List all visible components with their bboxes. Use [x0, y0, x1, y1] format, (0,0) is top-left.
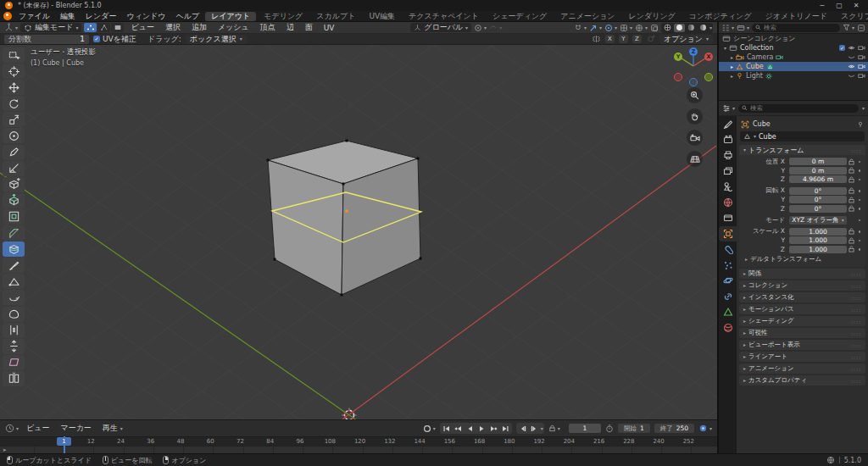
current-frame-field[interactable]: 1 — [569, 424, 601, 433]
playhead-flag[interactable]: 1 — [57, 437, 71, 446]
jump-to-start-button[interactable] — [441, 424, 452, 433]
pivot-point-dropdown[interactable]: ▾ — [474, 24, 487, 32]
tool-extrude-region-button[interactable] — [3, 193, 25, 208]
camera-restrict-icon[interactable] — [858, 54, 865, 60]
properties-tab-view-layer[interactable] — [719, 164, 737, 180]
rotation-y-field[interactable]: 0° — [789, 196, 847, 203]
play-reverse-button[interactable] — [465, 424, 476, 433]
animate-dot[interactable] — [856, 199, 863, 202]
tool-move-button[interactable] — [3, 80, 25, 95]
eye-closed-icon[interactable] — [848, 73, 855, 79]
properties-tab-tool[interactable] — [719, 116, 737, 132]
select-mode-face-button[interactable] — [111, 23, 124, 32]
lock-icon[interactable] — [847, 187, 856, 194]
tool-spin-button[interactable] — [3, 290, 25, 305]
rotation-x-field[interactable]: 0° — [789, 187, 847, 195]
workspace-tab-compositing[interactable]: コンポジティング — [683, 12, 758, 21]
mirror-z-button[interactable]: Z — [632, 35, 642, 43]
menu-help[interactable]: ヘルプ — [171, 11, 205, 22]
overlays-dropdown[interactable]: ▾ — [635, 24, 648, 32]
play-button[interactable] — [476, 424, 487, 433]
collapse-icon[interactable]: ▾ — [724, 46, 726, 51]
transform-options-icon[interactable]: ▾ — [489, 24, 502, 32]
timeline-channel-area[interactable]: ▸ — [0, 446, 717, 453]
animate-dot[interactable] — [856, 161, 863, 164]
drag-mode-dropdown[interactable]: ボックス選択 ▾ — [186, 35, 247, 44]
tool-select-box-button[interactable] — [3, 47, 25, 63]
shading-material-button[interactable] — [686, 24, 697, 32]
viewport-menu-edge[interactable]: 辺 — [282, 22, 298, 33]
tool-bevel-button[interactable] — [3, 225, 25, 241]
viewport-menu-select[interactable]: 選択 — [161, 22, 185, 33]
location-x-field[interactable]: 0 m — [789, 158, 847, 165]
tool-edge-slide-button[interactable] — [3, 323, 25, 338]
panel-relations[interactable]: ▸関係:::: — [739, 269, 865, 279]
camera-view-button[interactable] — [687, 130, 703, 146]
properties-tab-collection[interactable] — [719, 210, 737, 226]
panel-collections[interactable]: ▸コレクション:::: — [739, 280, 865, 291]
channel-expand-icon[interactable]: ▸ — [3, 447, 7, 453]
outliner-filter-button[interactable]: ▾ — [843, 24, 854, 31]
workspace-tab-geometry-nodes[interactable]: ジオメトリノード — [760, 12, 833, 21]
tool-measure-button[interactable] — [3, 161, 25, 176]
properties-tab-render[interactable] — [719, 132, 737, 148]
toggle-perspective-button[interactable] — [687, 151, 703, 167]
step-back-button[interactable] — [517, 424, 528, 433]
outliner-row-cube[interactable]: ▸ Cube — [719, 62, 868, 71]
properties-editor-type-button[interactable]: ▾ — [722, 104, 735, 113]
timeline-menu-playback[interactable]: 再生 ▾ — [99, 423, 123, 434]
outliner-search[interactable] — [752, 24, 840, 32]
expand-icon[interactable]: ▸ — [731, 74, 733, 79]
workspace-tab-sculpting[interactable]: スカルプト — [310, 12, 361, 21]
eye-open-icon[interactable] — [848, 45, 855, 51]
location-z-field[interactable]: 4.9606 m — [789, 175, 847, 183]
timeline-ruler[interactable]: 1224364860728496108120132144156168180192… — [0, 436, 717, 446]
lock-icon[interactable] — [847, 228, 856, 235]
panel-shading[interactable]: ▸シェーディング:::: — [739, 316, 865, 326]
snap-target-dropdown[interactable]: ▾ — [589, 24, 602, 32]
properties-tab-scene[interactable] — [719, 179, 737, 195]
tool-inset-faces-button[interactable] — [3, 209, 25, 225]
viewport-canvas[interactable]: ユーザー・透視投影 (1) Cube | Cube Z Y X — [0, 45, 717, 419]
animate-dot[interactable] — [856, 240, 863, 242]
tool-annotate-button[interactable] — [3, 145, 25, 160]
outliner-display-mode-button[interactable]: ▾ — [737, 24, 749, 32]
properties-tab-material[interactable] — [719, 320, 737, 336]
timeline-menu-view[interactable]: ビュー — [23, 423, 53, 434]
scale-z-field[interactable]: 1.000 — [789, 246, 847, 253]
tool-transform-button[interactable] — [3, 128, 25, 143]
properties-tab-constraints[interactable] — [719, 289, 737, 305]
tool-rip-region-button[interactable] — [3, 371, 25, 386]
auto-keying-button[interactable]: ▾ — [423, 424, 436, 433]
panel-menu-dots[interactable]: :::: — [851, 147, 861, 153]
animate-dot[interactable] — [856, 179, 863, 181]
panel-instancing[interactable]: ▸インスタンス化:::: — [739, 292, 865, 302]
tool-knife-button[interactable] — [3, 258, 25, 273]
scale-x-field[interactable]: 1.000 — [789, 228, 847, 236]
cube-object[interactable] — [267, 140, 422, 297]
workspace-tab-texture-paint[interactable]: テクスチャペイント — [403, 12, 485, 21]
mode-dropdown[interactable]: 編集モード ▾ — [20, 23, 81, 32]
app-menu-icon[interactable] — [3, 12, 12, 20]
tool-cursor-button[interactable] — [3, 64, 25, 79]
workspace-tab-rendering[interactable]: レンダリング — [623, 12, 682, 21]
previous-keyframe-button[interactable] — [453, 424, 464, 433]
tool-poly-build-button[interactable] — [3, 274, 25, 289]
viewport-menu-vertex[interactable]: 頂点 — [256, 22, 280, 33]
timeline-menu-marker[interactable]: マーカー — [57, 423, 94, 434]
camera-restrict-icon[interactable] — [858, 73, 865, 79]
outliner-options-icon[interactable] — [857, 24, 865, 32]
lock-icon[interactable] — [847, 205, 856, 212]
eye-open-icon[interactable] — [848, 64, 855, 69]
maximize-button[interactable]: ▢ — [832, 0, 846, 11]
viewport-menu-mesh[interactable]: メッシュ — [214, 22, 253, 33]
pin-icon[interactable] — [857, 121, 864, 128]
outliner-row-collection[interactable]: ▾ Collection ✓ — [719, 43, 868, 53]
menu-window[interactable]: ウィンドウ — [121, 11, 170, 22]
workspace-tab-scripting[interactable]: スクリプト作成 — [835, 12, 868, 21]
jump-to-end-button[interactable] — [500, 424, 511, 433]
tool-loop-cut-button[interactable] — [3, 241, 25, 257]
frame-end-field[interactable]: 終了 250 — [654, 424, 694, 433]
outliner-search-input[interactable] — [764, 24, 837, 31]
menu-render[interactable]: レンダー — [81, 11, 122, 22]
